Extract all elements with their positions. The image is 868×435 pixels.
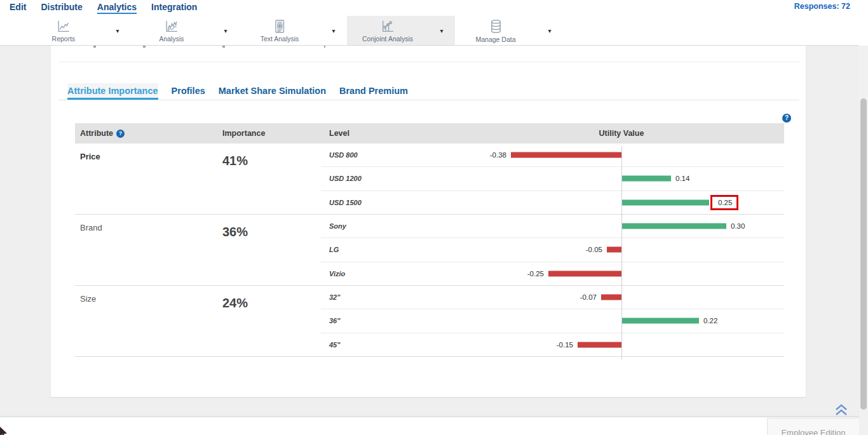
chevron-down-icon: ▾ <box>224 27 227 34</box>
help-icon[interactable]: ? <box>782 111 791 123</box>
level-label: USD 1200 <box>329 175 362 182</box>
level-row-usd-1200: USD 12000.14 <box>321 167 784 191</box>
level-row-usd-1500: USD 15000.25 <box>321 191 784 214</box>
toolbar-dropdown-caret-manage-data[interactable]: ▾ <box>536 16 563 45</box>
toolbar-unit-text-analysis: Text Analysis▾ <box>239 16 347 45</box>
toolbar-unit-conjoint-analysis: Conjoint Analysis▾ <box>347 16 455 45</box>
importance-value: 24% <box>213 286 321 356</box>
level-row-45: 45"-0.15 <box>321 333 784 356</box>
level-label: LG <box>329 246 339 253</box>
tab-profiles[interactable]: Profiles <box>172 83 205 100</box>
utility-value-label: -0.15 <box>557 341 573 349</box>
question-mark-icon[interactable]: ? <box>782 114 791 123</box>
column-header-utility-value: Utility Value <box>445 123 784 144</box>
attribute-name: Brand <box>75 215 213 285</box>
utility-bar <box>607 247 621 253</box>
top-nav-items: EditDistributeAnalyticsIntegration <box>10 0 212 13</box>
nav-item-analytics[interactable]: Analytics <box>97 0 137 13</box>
level-row-sony: Sony0.30 <box>321 215 784 238</box>
level-row-lg: LG-0.05 <box>321 238 784 262</box>
utility-bar <box>511 152 621 158</box>
utility-header-label: Utility Value <box>599 129 644 138</box>
importance-value: 41% <box>213 144 321 214</box>
toolbar-dropdown-caret-conjoint-analysis[interactable]: ▾ <box>428 16 455 45</box>
utility-bar <box>622 224 726 229</box>
levels-chart: 32"-0.0736"0.2245"-0.15 <box>321 286 784 356</box>
toolbar-button-analysis[interactable]: Analysis <box>131 16 212 45</box>
scroll-to-top-button[interactable] <box>833 403 850 417</box>
nav-item-distribute[interactable]: Distribute <box>41 0 82 13</box>
utility-value-highlighted: 0.25 <box>710 195 738 210</box>
level-label: USD 800 <box>329 151 358 159</box>
tab-market-share-simulation[interactable]: Market Share Simulation <box>219 83 326 100</box>
clipped-text-fragment <box>324 46 325 48</box>
toolbar-dropdown-caret-reports[interactable]: ▾ <box>104 16 131 45</box>
attribute-name: Size <box>75 286 213 356</box>
database-icon <box>488 18 504 35</box>
toolbar-unit-manage-data: Manage Data▾ <box>455 16 563 45</box>
toolbar-button-label: Conjoint Analysis <box>362 35 413 43</box>
importance-value: 36% <box>213 215 321 285</box>
attribute-row-brand: Brand36%Sony0.30LG-0.05Vizio-0.25 <box>75 215 784 286</box>
nav-item-integration[interactable]: Integration <box>151 0 197 13</box>
column-header-attribute: Attribute ? <box>75 129 213 138</box>
levels-chart: USD 800-0.38USD 12000.14USD 15000.25 <box>321 144 784 214</box>
tab-brand-premium[interactable]: Brand Premium <box>339 83 408 100</box>
edition-badge: Employee Edition <box>767 418 860 435</box>
table-header-row: Attribute ? Importance Level Utility Val… <box>75 123 784 144</box>
analysis-chart-icon <box>163 18 180 34</box>
toolbar-button-label: Manage Data <box>475 36 515 43</box>
column-header-importance: Importance <box>213 129 321 138</box>
level-label: 32" <box>329 293 340 301</box>
utility-bar <box>578 342 621 347</box>
chevron-down-icon: ▾ <box>548 27 551 34</box>
nav-item-edit[interactable]: Edit <box>10 0 26 13</box>
levels-chart: Sony0.30LG-0.05Vizio-0.25 <box>321 215 784 285</box>
toolbar-button-label: Text Analysis <box>261 35 299 43</box>
reports-chart-icon <box>55 18 72 34</box>
toolbar-button-manage-data[interactable]: Manage Data <box>455 16 536 45</box>
attribute-importance-table: Attribute ? Importance Level Utility Val… <box>75 123 784 357</box>
level-row-32: 32"-0.07 <box>321 286 784 309</box>
attribute-name: Price <box>75 144 213 214</box>
edition-label: Employee Edition <box>781 428 845 435</box>
attribute-help-icon[interactable]: ? <box>116 130 125 138</box>
utility-bar <box>622 199 709 205</box>
card-divider <box>58 62 799 62</box>
content-card: Attribute ImportanceProfilesMarket Share… <box>51 46 806 397</box>
top-nav: EditDistributeAnalyticsIntegration Respo… <box>0 0 868 16</box>
toolbar-unit-reports: Reports▾ <box>23 16 131 45</box>
toolbar-dropdown-caret-text-analysis[interactable]: ▾ <box>320 16 347 45</box>
scrollbar-thumb[interactable] <box>860 98 867 410</box>
clipped-text-fragment <box>143 46 146 48</box>
text-analysis-icon <box>272 18 287 34</box>
tab-attribute-importance[interactable]: Attribute Importance <box>67 83 158 100</box>
toolbar-button-label: Analysis <box>159 35 184 43</box>
chevron-down-icon: ▾ <box>440 27 443 34</box>
utility-value-label: -0.38 <box>490 151 506 159</box>
toolbar-button-text-analysis[interactable]: Text Analysis <box>239 16 320 45</box>
responses-count[interactable]: Responses: 72 <box>794 2 850 11</box>
conjoint-chart-icon <box>379 18 396 34</box>
utility-value-label: -0.25 <box>527 270 544 278</box>
table-body: Price41%USD 800-0.38USD 12000.14USD 1500… <box>75 144 784 357</box>
utility-bar <box>601 295 621 300</box>
utility-bar <box>622 318 699 324</box>
toolbar-dropdown-caret-analysis[interactable]: ▾ <box>212 16 239 45</box>
utility-value-label: 0.14 <box>675 175 689 182</box>
analytics-toolbar: Reports▾Analysis▾Text Analysis▾Conjoint … <box>0 16 859 46</box>
attribute-row-price: Price41%USD 800-0.38USD 12000.14USD 1500… <box>75 144 784 215</box>
toolbar-unit-analysis: Analysis▾ <box>131 16 239 45</box>
clipped-text-fragment <box>222 46 225 48</box>
chevron-down-icon: ▾ <box>332 27 335 34</box>
utility-value-label: 0.30 <box>731 222 745 230</box>
level-row-36: 36"0.22 <box>321 309 784 333</box>
utility-bar <box>622 176 671 182</box>
level-label: 45" <box>329 341 340 349</box>
level-label: USD 1500 <box>329 199 362 206</box>
footer-bar <box>0 417 868 435</box>
toolbar-button-conjoint-analysis[interactable]: Conjoint Analysis <box>347 16 428 45</box>
utility-value-label: -0.07 <box>580 293 597 301</box>
attribute-header-label: Attribute <box>80 129 113 138</box>
toolbar-button-reports[interactable]: Reports <box>23 16 104 45</box>
